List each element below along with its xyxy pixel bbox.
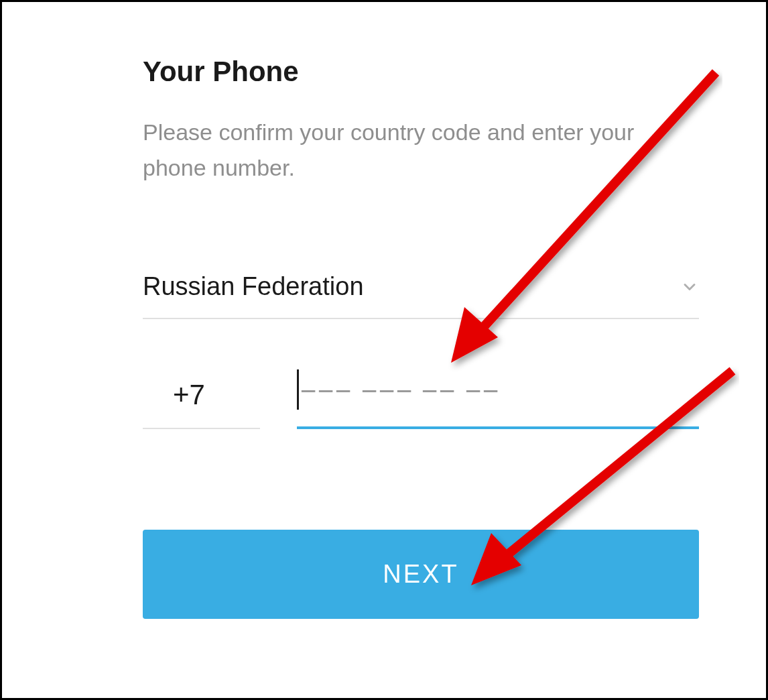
page-subtitle: Please confirm your country code and ent… bbox=[143, 115, 699, 185]
phone-input-wrap[interactable]: ‒‒‒ ‒‒‒ ‒‒ ‒‒ bbox=[297, 369, 699, 429]
country-code-field[interactable]: +7 bbox=[143, 379, 260, 429]
page-title: Your Phone bbox=[143, 56, 699, 88]
country-name-label: Russian Federation bbox=[143, 272, 364, 301]
next-button[interactable]: NEXT bbox=[143, 530, 699, 619]
phone-row: +7 ‒‒‒ ‒‒‒ ‒‒ ‒‒ bbox=[143, 369, 699, 429]
country-select[interactable]: Russian Federation bbox=[143, 272, 699, 319]
phone-entry-form: Your Phone Please confirm your country c… bbox=[2, 2, 766, 659]
chevron-down-icon bbox=[680, 278, 699, 296]
